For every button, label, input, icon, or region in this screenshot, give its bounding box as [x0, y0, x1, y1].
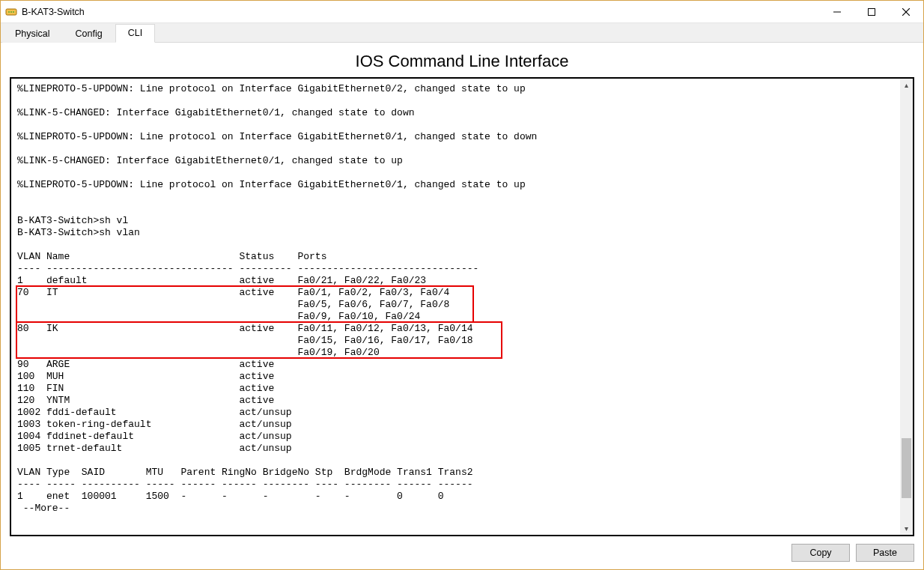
svg-point-1 [8, 11, 10, 13]
page-title: IOS Command Line Interface [10, 43, 914, 77]
svg-point-3 [13, 11, 14, 13]
terminal-line: VLAN Type SAID MTU Parent RingNo BridgeN… [17, 467, 907, 479]
terminal-line: %LINEPROTO-5-UPDOWN: Line protocol on In… [17, 179, 907, 191]
terminal-line: Fa0/5, Fa0/6, Fa0/7, Fa0/8 [17, 299, 907, 311]
terminal-output[interactable]: %LINEPROTO-5-UPDOWN: Line protocol on In… [11, 79, 913, 535]
window-controls [820, 1, 923, 22]
content-area: IOS Command Line Interface %LINEPROTO-5-… [1, 43, 923, 569]
tab-cli[interactable]: CLI [115, 24, 155, 43]
terminal-line: 80 IK active Fa0/11, Fa0/12, Fa0/13, Fa0… [17, 323, 907, 335]
svg-rect-5 [869, 8, 875, 15]
terminal-line [17, 119, 907, 131]
terminal-line: 1 default active Fa0/21, Fa0/22, Fa0/23 [17, 275, 907, 287]
terminal-line: VLAN Name Status Ports [17, 251, 907, 263]
app-icon [5, 6, 17, 18]
terminal-line: 1005 trnet-default act/unsup [17, 443, 907, 455]
paste-button[interactable]: Paste [856, 544, 914, 562]
terminal-line: 90 ARGE active [17, 359, 907, 371]
scroll-thumb[interactable] [902, 438, 911, 498]
terminal-line: 1 enet 100001 1500 - - - - - 0 0 [17, 491, 907, 503]
svg-point-2 [10, 11, 12, 13]
app-window: B-KAT3-Switch Physical Config CLI IOS Co… [0, 0, 924, 570]
button-row: Copy Paste [10, 536, 914, 562]
terminal-line: %LINEPROTO-5-UPDOWN: Line protocol on In… [17, 131, 907, 143]
terminal-line: %LINK-5-CHANGED: Interface GigabitEthern… [17, 155, 907, 167]
terminal-line: 1003 token-ring-default act/unsup [17, 419, 907, 431]
terminal-line: ---- -------------------------------- --… [17, 263, 907, 275]
terminal-line: B-KAT3-Switch>sh vl [17, 215, 907, 227]
terminal-line [17, 167, 907, 179]
titlebar: B-KAT3-Switch [1, 1, 923, 23]
terminal-line [17, 455, 907, 467]
copy-button[interactable]: Copy [791, 544, 850, 562]
tab-config[interactable]: Config [63, 25, 115, 43]
terminal-line: --More-- [17, 503, 907, 515]
window-title: B-KAT3-Switch [22, 7, 85, 17]
terminal-line [17, 143, 907, 155]
maximize-button[interactable] [854, 1, 889, 22]
terminal-line: 100 MUH active [17, 371, 907, 383]
terminal-line [17, 191, 907, 203]
terminal-line: 120 YNTM active [17, 395, 907, 407]
terminal-container: %LINEPROTO-5-UPDOWN: Line protocol on In… [10, 77, 914, 536]
terminal-line: %LINK-5-CHANGED: Interface GigabitEthern… [17, 107, 907, 119]
close-button[interactable] [889, 1, 923, 22]
terminal-line [17, 239, 907, 251]
terminal-line: 1002 fddi-default act/unsup [17, 407, 907, 419]
scroll-up-icon[interactable]: ▴ [900, 79, 913, 91]
tab-physical[interactable]: Physical [2, 25, 63, 43]
terminal-line: Fa0/9, Fa0/10, Fa0/24 [17, 311, 907, 323]
terminal-line: %LINEPROTO-5-UPDOWN: Line protocol on In… [17, 83, 907, 95]
terminal-line: Fa0/19, Fa0/20 [17, 347, 907, 359]
terminal-line: Fa0/15, Fa0/16, Fa0/17, Fa0/18 [17, 335, 907, 347]
terminal-line: 70 IT active Fa0/1, Fa0/2, Fa0/3, Fa0/4 [17, 287, 907, 299]
tab-bar: Physical Config CLI [1, 23, 923, 43]
scrollbar[interactable]: ▴ ▾ [900, 79, 913, 535]
terminal-line: 1004 fddinet-default act/unsup [17, 431, 907, 443]
terminal-line: 110 FIN active [17, 383, 907, 395]
scroll-down-icon[interactable]: ▾ [900, 522, 913, 535]
terminal-line [17, 95, 907, 107]
terminal-line: ---- ----- ---------- ----- ------ -----… [17, 479, 907, 491]
terminal-line [17, 203, 907, 215]
terminal-line: B-KAT3-Switch>sh vlan [17, 227, 907, 239]
minimize-button[interactable] [820, 1, 854, 22]
